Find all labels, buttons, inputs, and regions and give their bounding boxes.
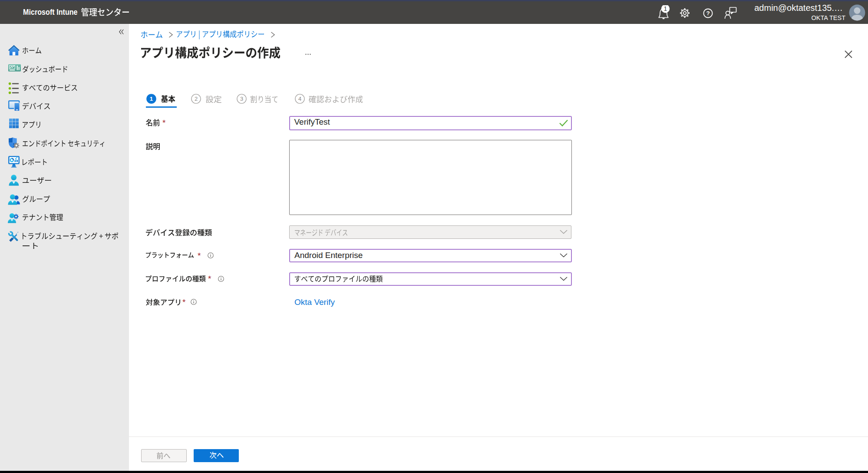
svg-text:1: 1 [664, 5, 667, 12]
svg-text:?: ? [706, 10, 710, 17]
svg-text:1: 1 [149, 96, 153, 102]
svg-text:4: 4 [298, 96, 301, 102]
svg-text:2: 2 [195, 96, 198, 102]
svg-text:3: 3 [240, 96, 243, 102]
